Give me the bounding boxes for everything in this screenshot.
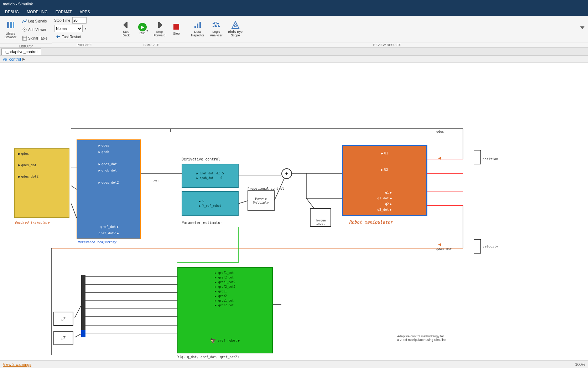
menu-apps[interactable]: APPS	[76, 9, 93, 15]
desired-trajectory-block[interactable]: ●qdes ●qdes_dot ●qdes_dot2	[14, 148, 69, 218]
robot-manip-block[interactable]: ▶U1 ▶U2 q1▶ q1_dot▶ q2▶ q2_dot▶	[342, 145, 427, 216]
param-est-block[interactable]: ▶ S ▶ Y_ref_robot	[182, 191, 239, 216]
torque-input-block[interactable]: Torque input	[310, 208, 331, 227]
add-viewer-button[interactable]: Add Viewer	[20, 26, 50, 34]
svg-rect-54	[81, 330, 85, 337]
ref-traj-in5: qdes_dot2	[102, 181, 119, 184]
svg-rect-0	[7, 22, 9, 28]
svg-line-55	[75, 305, 81, 318]
log-signals-button[interactable]: Log Signals	[20, 17, 50, 25]
svg-marker-17	[232, 21, 239, 29]
y-func-label: Y(q, q_dot, qref_dot, qref_dot2)	[177, 355, 239, 359]
run-button[interactable]: ▶ Run ▼	[135, 19, 150, 39]
canvas-area[interactable]: 2x1	[0, 63, 588, 360]
svg-rect-14	[194, 26, 196, 28]
sum-plus-sign: +	[285, 171, 288, 177]
step-back-icon	[122, 21, 130, 30]
ut-label2: uT	[61, 336, 65, 341]
simulation-mode-select[interactable]: Normal Accelerator Rapid Accelerator	[54, 25, 83, 32]
step-forward-icon	[155, 21, 164, 30]
svg-rect-2	[13, 22, 14, 28]
velocity-output-block[interactable]	[474, 239, 481, 254]
qdes-dot-output-label: qdes_dot	[436, 247, 452, 251]
svg-rect-53	[81, 275, 85, 336]
prop-ctrl-annotation: Propotional control	[248, 187, 284, 190]
svg-marker-19	[580, 26, 584, 29]
svg-marker-12	[160, 22, 162, 28]
step-forward-label: StepForward	[153, 30, 165, 37]
ribbon-simulate-section: StepBack ▶ Run ▼ StepForward Stop SIMULA…	[116, 16, 186, 47]
logic-analyzer-button[interactable]: LogicAnalyzer	[207, 19, 225, 39]
svg-line-21	[71, 186, 77, 189]
simulink-canvas[interactable]: 2x1	[0, 63, 588, 360]
menu-debug[interactable]: DEBUG	[1, 9, 22, 15]
data-inspector-icon	[193, 21, 202, 30]
svg-rect-15	[197, 24, 198, 28]
y-func-block[interactable]: ▶ qref1_dot ▶ qref2_dot ▶ qref1_dot2 ▶ q…	[177, 267, 273, 353]
svg-line-32	[239, 201, 248, 204]
signal-table-button[interactable]: Signal Table	[20, 34, 50, 42]
position-output-block[interactable]	[474, 150, 481, 164]
stop-icon	[172, 22, 181, 32]
robot-in2: U2	[384, 168, 388, 172]
svg-point-4	[24, 29, 25, 30]
tab-label: t_adaptive_control	[5, 50, 37, 54]
data-inspector-label: DataInspector	[191, 30, 204, 37]
ref-traj-out1: qref_dot	[100, 225, 116, 229]
step-forward-button[interactable]: StepForward	[151, 19, 168, 39]
mode-dropdown-arrow[interactable]: ▼	[84, 27, 87, 30]
svg-line-31	[274, 177, 285, 201]
svg-marker-8	[56, 35, 60, 38]
data-inspector-button[interactable]: DataInspector	[188, 19, 207, 39]
ribbon-expand-btn[interactable]	[579, 25, 586, 33]
title-bar: matlab - Simulink	[0, 0, 588, 8]
stop-time-label: Stop Time	[54, 19, 70, 22]
svg-point-18	[234, 25, 236, 27]
svg-rect-1	[10, 22, 12, 28]
library-icon	[6, 21, 15, 31]
svg-marker-39	[438, 243, 441, 246]
svg-marker-38	[438, 157, 441, 160]
svg-marker-9	[123, 22, 126, 28]
add-viewer-label: Add Viewer	[28, 28, 46, 32]
derivative-ctrl-block[interactable]: ▶ qref_dot -Kd S ▶ qrob_dot S	[182, 164, 239, 188]
ut-label1: uT	[61, 316, 65, 322]
y-func-out: yref_robot	[218, 339, 237, 342]
matrix-multiply-block[interactable]: MatrixMultiply	[248, 190, 275, 211]
deriv-ctrl-annotation: Derivative control	[182, 157, 220, 161]
robot-out4: q2_dot	[378, 208, 389, 211]
warning-text[interactable]: View 2 warnings	[3, 362, 31, 367]
ref-traj-label: Reference trajectory	[78, 240, 116, 244]
svg-rect-16	[199, 22, 201, 28]
main-tab[interactable]: t_adaptive_control	[1, 48, 41, 55]
fast-restart-label: Fast Restart	[62, 35, 81, 39]
run-dropdown-arrow[interactable]: ▼	[146, 29, 149, 32]
step-back-button[interactable]: StepBack	[118, 19, 134, 39]
logic-analyzer-label: LogicAnalyzer	[210, 30, 222, 37]
ref-traj-in3: qdes_dot	[102, 162, 117, 166]
stop-time-input[interactable]	[72, 17, 87, 24]
zoom-level: 100%	[575, 362, 585, 367]
qdes-output-label: qdes	[436, 130, 444, 133]
simulate-section-label: SIMULATE	[116, 42, 186, 47]
birds-eye-button[interactable]: Bird's-EyeScope	[225, 19, 245, 39]
library-browser-button[interactable]: LibraryBrowser	[2, 19, 19, 40]
fast-restart-button[interactable]: Fast Restart	[54, 34, 82, 40]
breadcrumb-item-1[interactable]: ve_control	[3, 57, 21, 61]
ribbon: LibraryBrowser Log Signals Add Viewer Si…	[0, 16, 588, 48]
review-section-label: REVIEW RESULTS	[186, 42, 588, 47]
robot-in1: U1	[384, 152, 388, 155]
menu-format[interactable]: FORMAT	[52, 9, 76, 15]
reference-trajectory-block[interactable]: ▶qdes ▶qrob ▶qdes_dot ▶qrob_dot ▶qdes_do…	[77, 139, 141, 239]
breadcrumb-arrow: ▶	[22, 57, 25, 61]
param-est-annotation: Parameter_estimator	[182, 221, 222, 225]
menu-modeling[interactable]: MODELING	[23, 9, 51, 15]
ut-block1[interactable]: uT	[53, 312, 73, 326]
stop-button[interactable]: Stop	[168, 19, 184, 39]
robot-out1: q1	[385, 191, 389, 194]
svg-rect-10	[126, 22, 128, 28]
ribbon-prepare-section: Stop Time Normal Accelerator Rapid Accel…	[52, 16, 116, 47]
sum-block[interactable]: +	[281, 168, 292, 179]
ut-block2[interactable]: uT	[53, 331, 73, 345]
svg-rect-5	[22, 36, 27, 40]
